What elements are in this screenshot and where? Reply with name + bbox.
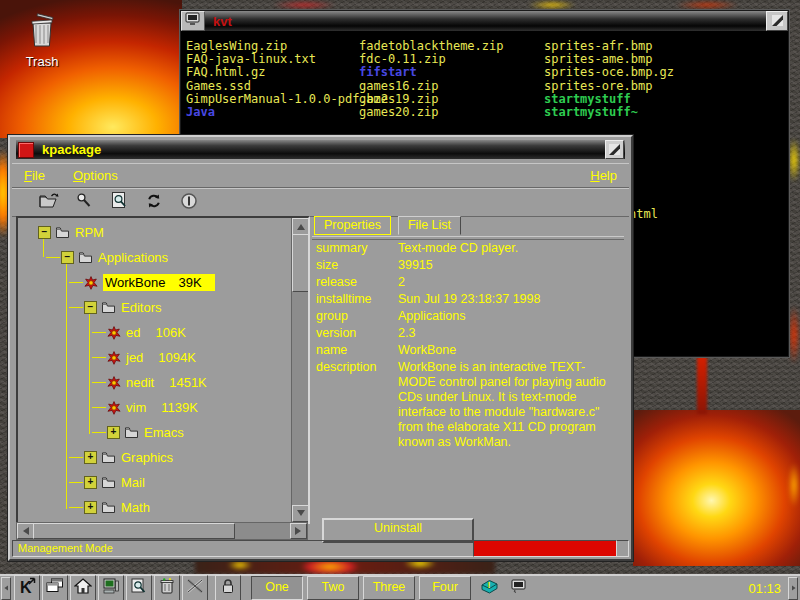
kvt-task-button[interactable]	[507, 576, 531, 600]
tree-label: Emacs	[144, 425, 184, 440]
property-key: size	[316, 258, 396, 272]
property-key: group	[316, 309, 396, 323]
kvt-titlebar[interactable]: kvt	[181, 11, 788, 31]
reload-button[interactable]	[141, 191, 167, 215]
find-package-icon	[75, 192, 93, 214]
folder-icon	[101, 301, 116, 314]
collapse-expander[interactable]: −	[84, 301, 97, 314]
trash-label: Trash	[12, 54, 72, 69]
package-tree-panel[interactable]: −RPM−ApplicationsWorkBone39K−Editorsed10…	[16, 216, 310, 524]
tab-file-list[interactable]: File List	[398, 216, 461, 235]
terminal-line: fifstart	[359, 66, 504, 79]
panel-hide-handle-left[interactable]	[1, 577, 11, 600]
panel-hide-handle-right[interactable]	[788, 577, 798, 600]
collapse-expander[interactable]: −	[38, 226, 51, 239]
tree-item-math[interactable]: +Math	[18, 495, 290, 520]
selected-tree-label: WorkBone39K	[103, 274, 215, 291]
menu-options[interactable]: Options	[73, 168, 118, 183]
kvt-titlebar-bar[interactable]: kvt	[205, 11, 766, 31]
tools-button[interactable]	[182, 575, 208, 600]
kvt-window-title: kvt	[213, 14, 232, 29]
arrow-down-icon	[297, 510, 305, 520]
tree-item-jed[interactable]: jed1094K	[18, 345, 290, 370]
trash-can-icon	[27, 36, 57, 51]
tree-item-editors[interactable]: −Editors	[18, 295, 290, 320]
tree-item-name: Math	[121, 500, 150, 515]
k-menu-button[interactable]: K	[14, 575, 40, 600]
menu-help[interactable]: Help	[590, 168, 617, 183]
tree-connector-line	[69, 482, 83, 483]
tree-item-workbone[interactable]: WorkBone39K	[18, 270, 290, 295]
find-package-button[interactable]	[71, 191, 97, 215]
kvt-maximize-button[interactable]	[766, 11, 788, 31]
folder-icon	[101, 501, 116, 514]
scrollbar-thumb[interactable]	[33, 523, 235, 539]
arrow-right-icon	[295, 527, 305, 535]
kpackage-task-button[interactable]: !	[477, 576, 501, 600]
expand-expander[interactable]: +	[84, 476, 97, 489]
expand-expander[interactable]: +	[84, 501, 97, 514]
scroll-down-button[interactable]	[292, 505, 309, 522]
expand-expander[interactable]: +	[107, 426, 120, 439]
home-button[interactable]	[70, 575, 96, 600]
tree-item-graphics[interactable]: +Graphics	[18, 445, 290, 470]
open-package-button[interactable]	[36, 191, 62, 215]
trash-desktop-icon[interactable]: Trash	[12, 12, 72, 69]
wallpaper-swirl	[697, 356, 707, 414]
property-value: Sun Jul 19 23:18:37 1998	[398, 292, 610, 307]
folder-icon	[55, 226, 70, 239]
tree-item-rpm[interactable]: −RPM	[18, 220, 290, 245]
tree-item-ed[interactable]: ed106K	[18, 320, 290, 345]
scroll-up-button[interactable]	[292, 218, 309, 235]
quit-button[interactable]	[176, 191, 202, 215]
kpackage-maximize-button[interactable]	[605, 140, 624, 159]
kpackage-menubar: FileOptionsHelp	[12, 163, 629, 188]
tree-item-emacs[interactable]: +Emacs	[18, 420, 290, 445]
menu-file[interactable]: File	[24, 168, 45, 183]
folder-icon	[101, 476, 116, 489]
tree-item-vim[interactable]: vim1139K	[18, 395, 290, 420]
details-tabs: PropertiesFile List	[314, 216, 461, 235]
tree-connector-line	[92, 382, 106, 383]
terminal-line: GimpUserManual-1.0.0-pdf.bz2	[186, 93, 388, 106]
wallpaper-swirl	[788, 60, 800, 560]
desktop-button-three[interactable]: Three	[363, 576, 415, 600]
tree-item-mail[interactable]: +Mail	[18, 470, 290, 495]
find-file-button[interactable]	[106, 191, 132, 215]
tree-connector-line	[92, 332, 106, 333]
kpackage-window-menu-button[interactable]	[18, 142, 34, 158]
tree-label: jed1094K	[126, 350, 196, 365]
terminal-button[interactable]	[98, 575, 124, 600]
find-files-button[interactable]	[126, 575, 152, 600]
kvt-monitor-icon	[185, 12, 201, 30]
kvt-task-icon	[511, 579, 527, 597]
reload-icon	[145, 192, 163, 214]
desktop-button-one[interactable]: One	[251, 576, 303, 600]
open-package-icon	[38, 191, 60, 214]
window-list-button[interactable]	[42, 575, 68, 600]
tree-connector-line	[69, 307, 83, 308]
tree-item-nedit[interactable]: nedit1451K	[18, 370, 290, 395]
tab-properties[interactable]: Properties	[314, 216, 391, 235]
scroll-right-button[interactable]	[290, 523, 307, 539]
tree-horizontal-scrollbar[interactable]	[16, 522, 308, 540]
kpackage-titlebar[interactable]: kpackage	[16, 140, 625, 159]
package-icon	[107, 376, 121, 390]
tree-connector-line	[46, 257, 60, 258]
desktop-button-two[interactable]: Two	[307, 576, 359, 600]
lock-button[interactable]	[215, 575, 241, 600]
scrollbar-thumb[interactable]	[292, 234, 309, 292]
tab-divider	[312, 236, 624, 240]
kvt-window-menu-button[interactable]	[181, 11, 205, 31]
trash-button[interactable]	[154, 575, 180, 600]
wallpaper-flame-tile	[633, 410, 800, 566]
terminal-text-fragment: html	[629, 207, 658, 221]
package-icon	[107, 326, 121, 340]
property-key: name	[316, 343, 396, 357]
collapse-expander[interactable]: −	[61, 251, 74, 264]
expand-expander[interactable]: +	[84, 451, 97, 464]
folder-icon	[78, 251, 93, 264]
tree-vertical-scrollbar[interactable]	[291, 218, 308, 522]
scroll-left-button[interactable]	[17, 523, 34, 539]
desktop-button-four[interactable]: Four	[419, 576, 471, 600]
